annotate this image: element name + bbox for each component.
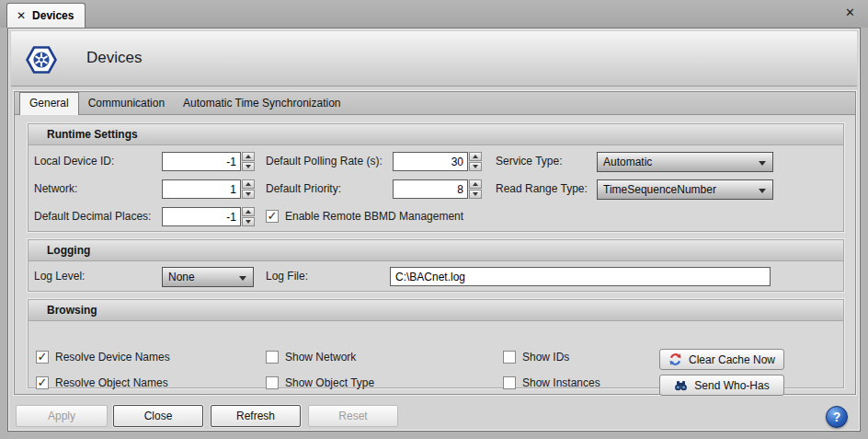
settings-panel: General Communication Automatic Time Syn…: [14, 91, 856, 395]
show-instances-row: Show Instances: [503, 376, 600, 389]
network-input[interactable]: [162, 179, 241, 199]
spin-up-button[interactable]: [469, 152, 482, 161]
spin-down-button[interactable]: [469, 162, 482, 171]
show-network-checkbox[interactable]: [266, 351, 279, 364]
default-priority-field: [393, 179, 482, 199]
show-ids-checkbox[interactable]: [503, 351, 516, 364]
default-decimal-places-label: Default Decimal Places:: [34, 207, 151, 225]
default-decimal-places-spinner: [242, 207, 255, 226]
document-tabbar: ✕ Devices ✕: [0, 0, 868, 28]
logging-title: Logging: [29, 240, 843, 261]
document-tab-label: Devices: [32, 9, 74, 22]
show-ids-label: Show IDs: [522, 351, 569, 364]
resolve-device-names-checkbox[interactable]: ✓: [36, 351, 49, 364]
service-type-label: Service Type:: [496, 152, 562, 170]
browsing-title: Browsing: [29, 300, 843, 321]
show-instances-label: Show Instances: [522, 376, 600, 389]
spin-up-button[interactable]: [242, 179, 255, 189]
show-network-row: Show Network: [266, 351, 356, 364]
default-priority-label: Default Priority:: [266, 179, 341, 198]
service-type-value: Automatic: [603, 156, 652, 168]
enable-bbmd-row: ✓ Enable Remote BBMD Management: [266, 210, 463, 223]
logging-group: Logging Log Level: None Log File: C:\BAC…: [28, 239, 844, 292]
default-decimal-places-input[interactable]: [162, 207, 241, 226]
clear-cache-now-label: Clear Cache Now: [689, 353, 775, 366]
default-polling-rate-spinner: [469, 152, 482, 171]
network-field: [162, 179, 255, 199]
show-ids-row: Show IDs: [503, 351, 569, 364]
resolve-object-names-checkbox[interactable]: ✓: [36, 376, 49, 389]
resolve-device-names-row: ✓ Resolve Device Names: [36, 351, 170, 364]
default-polling-rate-input[interactable]: [393, 152, 468, 171]
window-header: Devices: [11, 31, 857, 87]
log-level-value: None: [168, 271, 195, 283]
show-instances-checkbox[interactable]: [503, 376, 516, 389]
show-object-type-row: Show Object Type: [266, 376, 374, 389]
chevron-down-icon: [239, 276, 246, 281]
chevron-down-icon: [759, 189, 766, 193]
refresh-button-label: Refresh: [236, 410, 275, 422]
enable-bbmd-checkbox[interactable]: ✓: [266, 210, 279, 223]
clear-cache-now-button[interactable]: Clear Cache Now: [659, 349, 784, 370]
page-title: Devices: [86, 49, 142, 67]
show-object-type-label: Show Object Type: [285, 376, 374, 389]
network-label: Network:: [34, 179, 77, 198]
document-tab-devices[interactable]: ✕ Devices: [6, 3, 86, 28]
settings-tabstrip: General Communication Automatic Time Syn…: [15, 92, 855, 115]
default-priority-input[interactable]: [393, 179, 468, 199]
chevron-down-icon: [759, 161, 766, 166]
local-device-id-label: Local Device ID:: [34, 152, 114, 170]
local-device-id-input[interactable]: [162, 152, 241, 171]
read-range-type-value: TimeSequenceNumber: [603, 183, 716, 196]
devices-window: Devices General Communication Automatic …: [7, 28, 861, 432]
log-file-label: Log File:: [266, 267, 308, 285]
service-type-dropdown[interactable]: Automatic: [597, 152, 773, 172]
default-polling-rate-label: Default Polling Rate (s):: [266, 152, 383, 170]
send-who-has-label: Send Who-Has: [694, 379, 769, 392]
tab-close-icon[interactable]: ✕: [17, 9, 26, 22]
close-button-label: Close: [144, 410, 173, 422]
apply-button-label: Apply: [48, 410, 75, 422]
resolve-object-names-row: ✓ Resolve Object Names: [36, 376, 168, 389]
spin-up-button[interactable]: [242, 207, 255, 216]
default-decimal-places-field: [162, 207, 255, 226]
spin-down-button[interactable]: [242, 217, 255, 226]
tab-automatic-time-synchronization[interactable]: Automatic Time Synchronization: [174, 93, 349, 114]
spin-up-button[interactable]: [469, 179, 482, 189]
devices-page: ✕ Devices ✕ Devices General Co: [0, 0, 868, 439]
refresh-button[interactable]: Refresh: [211, 405, 301, 427]
local-device-id-spinner: [242, 152, 255, 171]
devices-icon: [26, 44, 57, 75]
log-level-dropdown[interactable]: None: [162, 267, 254, 287]
read-range-type-label: Read Range Type:: [496, 179, 588, 198]
default-polling-rate-field: [393, 152, 482, 171]
enable-bbmd-label: Enable Remote BBMD Management: [285, 210, 463, 223]
reset-button[interactable]: Reset: [308, 405, 398, 427]
refresh-icon: [668, 352, 682, 366]
spin-down-button[interactable]: [242, 190, 255, 199]
spin-up-button[interactable]: [242, 152, 255, 161]
spin-down-button[interactable]: [242, 162, 255, 171]
read-range-type-dropdown[interactable]: TimeSequenceNumber: [597, 179, 773, 200]
log-file-input[interactable]: C:\BACnet.log: [390, 267, 771, 286]
show-network-label: Show Network: [285, 351, 356, 364]
runtime-settings-group: Runtime Settings Local Device ID: Defaul…: [28, 123, 844, 232]
network-spinner: [242, 179, 255, 199]
close-button[interactable]: Close: [113, 405, 203, 427]
log-level-label: Log Level:: [34, 267, 85, 285]
runtime-settings-title: Runtime Settings: [29, 124, 843, 145]
resolve-object-names-label: Resolve Object Names: [55, 376, 168, 389]
spin-down-button[interactable]: [469, 190, 482, 199]
send-who-has-button[interactable]: Send Who-Has: [659, 375, 784, 396]
default-priority-spinner: [469, 179, 482, 199]
resolve-device-names-label: Resolve Device Names: [55, 351, 170, 364]
tab-general[interactable]: General: [19, 92, 79, 115]
local-device-id-field: [162, 152, 255, 171]
apply-button[interactable]: Apply: [16, 405, 108, 427]
log-file-value: C:\BACnet.log: [395, 271, 465, 283]
close-icon[interactable]: ✕: [845, 6, 855, 19]
browsing-group: Browsing ✓ Resolve Device Names ✓ Resolv…: [28, 299, 844, 388]
tab-communication[interactable]: Communication: [79, 93, 174, 114]
show-object-type-checkbox[interactable]: [266, 376, 279, 389]
help-icon[interactable]: ?: [826, 406, 848, 428]
